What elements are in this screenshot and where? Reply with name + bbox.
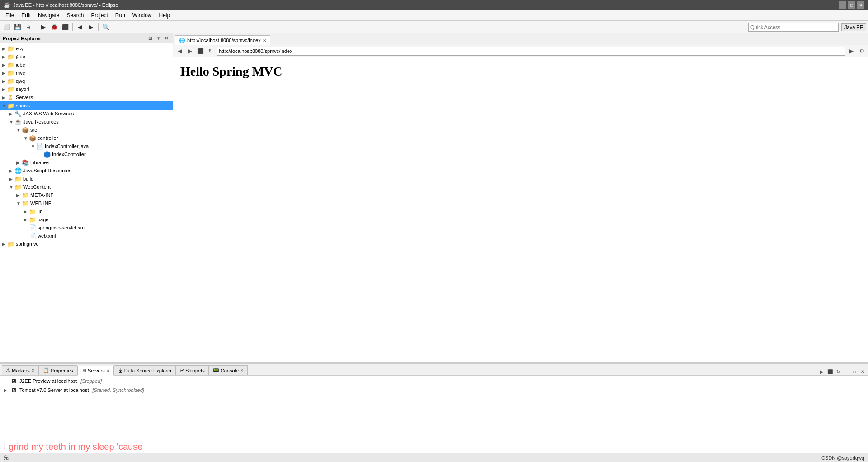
menu-search[interactable]: Search xyxy=(63,11,87,19)
tree-item[interactable]: ▼📦src xyxy=(0,126,173,134)
menu-help[interactable]: Help xyxy=(156,11,174,19)
tree-item[interactable]: ▶🖥Servers xyxy=(0,93,173,101)
tree-item[interactable]: ▶🌐JavaScript Resources xyxy=(0,167,173,175)
quick-access-input[interactable] xyxy=(748,23,839,32)
tree-arrow-icon: ▶ xyxy=(2,95,7,100)
server-list-item[interactable]: 🖥J2EE Preview at localhost[Stopped] xyxy=(0,376,868,386)
panel-close-icon[interactable]: ✕ xyxy=(163,35,170,42)
nav-forward-button[interactable]: ▶ xyxy=(185,47,194,56)
tree-item[interactable]: ▶📁j2ee xyxy=(0,52,173,61)
tree-item[interactable]: ▶📁build xyxy=(0,175,173,183)
tree-item-icon: 📁 xyxy=(7,70,14,76)
tree-item-label: lib xyxy=(38,209,42,214)
minimize-button[interactable]: − xyxy=(839,1,846,9)
tree-item[interactable]: ▶📁mvc xyxy=(0,69,173,77)
tree-arrow-icon: ▶ xyxy=(24,209,29,214)
tree-item-label: mvc xyxy=(16,70,25,76)
console-tab-close[interactable]: ✕ xyxy=(240,368,244,373)
address-input[interactable] xyxy=(217,47,845,56)
close-button[interactable]: ✕ xyxy=(857,1,864,9)
tree-item[interactable]: ▼📁WEB-INF xyxy=(0,199,173,207)
tab-console[interactable]: 📟 Console ✕ xyxy=(209,365,248,375)
tb-debug-button[interactable]: 🐞 xyxy=(49,22,59,32)
start-server-icon[interactable]: ▶ xyxy=(818,368,826,375)
tb-run-button[interactable]: ▶ xyxy=(38,22,48,32)
tree-arrow-icon: ▶ xyxy=(2,62,7,67)
panel-menu-icon[interactable]: ▾ xyxy=(155,35,162,42)
title-bar: ☕ Java EE - http://localhost:8080/spmvc/… xyxy=(0,0,868,10)
panel-minimize-icon[interactable]: — xyxy=(843,368,850,375)
tab-properties[interactable]: 📋 Properties xyxy=(39,365,77,375)
server-list-item[interactable]: ▶🖥Tomcat v7.0 Server at localhost[Starte… xyxy=(0,386,868,395)
tree-item[interactable]: ▶📁jdbc xyxy=(0,61,173,69)
tab-markers[interactable]: ⚠ Markers ✕ xyxy=(2,365,39,375)
tb-print-button[interactable]: 🖨 xyxy=(24,22,33,32)
tree-item[interactable]: ▶📁qwq xyxy=(0,77,173,85)
tree-arrow-icon: ▶ xyxy=(2,46,7,51)
stop-server-icon[interactable]: ⬛ xyxy=(826,368,834,375)
tree-item-label: page xyxy=(38,217,48,222)
snippets-label: Snippets xyxy=(185,368,205,373)
tree-item[interactable]: ▶📚Libraries xyxy=(0,158,173,167)
tree-item[interactable]: ▼📁spmvc xyxy=(0,101,173,110)
tb-forward-button[interactable]: ▶ xyxy=(86,22,96,32)
tab-servers[interactable]: 🖥 Servers ✕ xyxy=(77,366,114,376)
tab-datasource[interactable]: 🗄 Data Source Explorer xyxy=(114,365,176,375)
browser-tab-close[interactable]: ✕ xyxy=(263,38,266,43)
tree-item-icon: 📁 xyxy=(29,216,36,223)
menu-edit[interactable]: Edit xyxy=(18,11,34,19)
tb-back-button[interactable]: ◀ xyxy=(75,22,85,32)
server-icon: 🖥 xyxy=(11,378,17,385)
status-bar: 完 CSDN @sayoriqwq xyxy=(0,453,868,462)
menu-navigate[interactable]: Navigate xyxy=(34,11,63,19)
address-bar: ◀ ▶ ⬛ ↻ ▶ ⚙ xyxy=(173,45,868,57)
tree-item[interactable]: 📄springmvc-servlet.xml xyxy=(0,224,173,232)
nav-stop-button[interactable]: ⬛ xyxy=(196,47,205,56)
tree-item[interactable]: ▶📁page xyxy=(0,215,173,224)
menu-project[interactable]: Project xyxy=(87,11,111,19)
tree-arrow-icon: ▼ xyxy=(2,103,7,108)
tb-search-button[interactable]: 🔍 xyxy=(101,22,111,32)
tree-item[interactable]: ▶📁springmvc xyxy=(0,240,173,248)
browser-tab-bar: 🌐 http://localhost:8080/spmvc/index ✕ xyxy=(173,33,868,45)
servers-tab-close[interactable]: ✕ xyxy=(106,368,110,373)
tree-item[interactable]: ▶📁ecy xyxy=(0,44,173,52)
go-button[interactable]: ▶ xyxy=(847,47,856,56)
tree-item[interactable]: ▶📁lib xyxy=(0,207,173,215)
tb-stop-button[interactable]: ⬛ xyxy=(60,22,70,32)
panel-close-btn[interactable]: ✕ xyxy=(859,368,866,375)
browser-tab[interactable]: 🌐 http://localhost:8080/spmvc/index ✕ xyxy=(175,35,270,45)
tab-snippets[interactable]: ✂ Snippets xyxy=(176,365,209,375)
java-ee-perspective-button[interactable]: Java EE xyxy=(841,23,866,31)
tree-item[interactable]: 📄web.xml xyxy=(0,232,173,240)
tree-item-label: springmvc xyxy=(16,241,38,247)
tree-item[interactable]: ▶🔧JAX-WS Web Services xyxy=(0,110,173,118)
tree-item-icon: 📁 xyxy=(7,102,14,109)
tree-item-label: IndexController xyxy=(52,152,86,157)
collapse-icon[interactable]: ⊟ xyxy=(146,35,154,42)
tree-item[interactable]: ▶📁sayori xyxy=(0,85,173,93)
menu-file[interactable]: File xyxy=(2,11,18,19)
tree-item[interactable]: ▼📁WebContent xyxy=(0,183,173,191)
maximize-button[interactable]: □ xyxy=(848,1,855,9)
tree-item[interactable]: ▶📁META-INF xyxy=(0,191,173,199)
server-name: Tomcat v7.0 Server at localhost xyxy=(19,387,89,393)
tree-item[interactable]: ▼📄IndexController.java xyxy=(0,142,173,150)
menu-window[interactable]: Window xyxy=(129,11,156,19)
tb-new-button[interactable]: ⬜ xyxy=(2,22,12,32)
markers-label: Markers xyxy=(12,368,30,373)
nav-refresh-button[interactable]: ↻ xyxy=(206,47,215,56)
properties-icon: 📋 xyxy=(43,367,49,373)
tree-item[interactable]: ▼📦controller xyxy=(0,134,173,142)
tree-item[interactable]: ▼☕Java Resources xyxy=(0,118,173,126)
tb-save-button[interactable]: 💾 xyxy=(13,22,23,32)
restart-server-icon[interactable]: ↻ xyxy=(835,368,842,375)
browser-settings-icon[interactable]: ⚙ xyxy=(857,47,866,56)
nav-back-button[interactable]: ◀ xyxy=(175,47,184,56)
tree-item-label: jdbc xyxy=(16,62,25,67)
tree-item[interactable]: 🔵IndexController xyxy=(0,150,173,158)
menu-run[interactable]: Run xyxy=(112,11,129,19)
markers-tab-close[interactable]: ✕ xyxy=(31,368,35,373)
tree-arrow-icon: ▶ xyxy=(2,79,7,84)
panel-maximize-icon[interactable]: □ xyxy=(851,368,858,375)
